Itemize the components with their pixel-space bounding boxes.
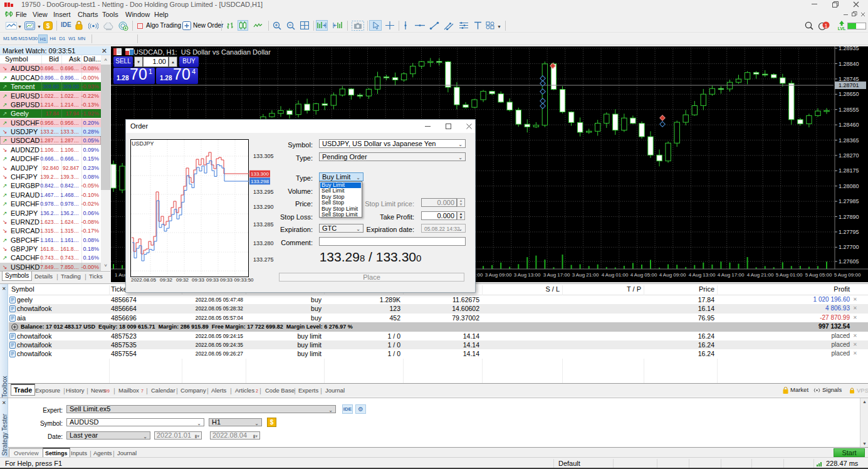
svg-text:1.28555: 1.28555 [839,107,859,113]
svg-text:5 Aug 09:00: 5 Aug 09:00 [834,272,861,278]
svg-text:2022.08.05: 2022.08.05 [131,277,157,283]
svg-text:133.300: 133.300 [251,171,269,177]
svg-text:1.28745: 1.28745 [839,76,859,82]
svg-text:1.27700: 1.27700 [839,244,859,250]
svg-text:09:32: 09:32 [176,277,189,283]
svg-text:3 Aug 13:00: 3 Aug 13:00 [514,272,541,278]
svg-text:1.28935: 1.28935 [839,46,859,51]
svg-text:09:33:50: 09:33:50 [234,277,254,283]
svg-text:5 Aug 05:00: 5 Aug 05:00 [805,272,832,278]
svg-text:09:32: 09:32 [160,277,173,283]
svg-text:1.27985: 1.27985 [839,198,859,204]
svg-text:3 Aug 17:00: 3 Aug 17:00 [543,272,570,278]
svg-text:133.298: 133.298 [251,179,269,184]
svg-text:1.28365: 1.28365 [839,137,859,144]
svg-text:133.295: 133.295 [253,189,274,195]
svg-text:1.28175: 1.28175 [839,167,859,174]
svg-text:LVL: LVL [838,26,846,31]
svg-text:4 Aug 17:00: 4 Aug 17:00 [718,272,745,278]
svg-text:1.27890: 1.27890 [839,214,859,220]
svg-text:1.28650: 1.28650 [839,91,859,97]
svg-text:133.305: 133.305 [253,153,274,159]
svg-text:133.290: 133.290 [253,204,274,210]
svg-text:4 Aug 13:00: 4 Aug 13:00 [689,272,716,278]
svg-text:3 Aug 21:00: 3 Aug 21:00 [572,272,599,278]
svg-text:4 Aug 01:00: 4 Aug 01:00 [602,272,629,278]
svg-text:1: 1 [824,23,827,29]
svg-text:09:33: 09:33 [220,277,233,283]
svg-text:1.28270: 1.28270 [839,152,859,159]
svg-text:4 Aug 21:00: 4 Aug 21:00 [747,272,774,278]
svg-text:3 Aug 09:00: 3 Aug 09:00 [485,272,512,278]
svg-text:1.28080: 1.28080 [839,183,859,189]
svg-text:1.28840: 1.28840 [839,61,859,67]
svg-text:09:33: 09:33 [206,277,219,283]
svg-text:1.28460: 1.28460 [839,122,859,128]
svg-text:133.285: 133.285 [253,221,274,228]
svg-text:4 Aug 09:00: 4 Aug 09:00 [659,272,686,278]
svg-text:1.27605: 1.27605 [839,258,859,265]
svg-text:4 Aug 05:00: 4 Aug 05:00 [630,272,657,278]
svg-text:133.280: 133.280 [253,240,274,246]
svg-text:USDJPY: USDJPY [132,140,154,147]
svg-text:1.28701: 1.28701 [839,82,859,88]
svg-text:09:33: 09:33 [192,277,205,283]
svg-text:5 Aug 01:00: 5 Aug 01:00 [776,272,803,278]
svg-text:1.27795: 1.27795 [839,229,859,235]
svg-text:$: $ [46,23,50,29]
